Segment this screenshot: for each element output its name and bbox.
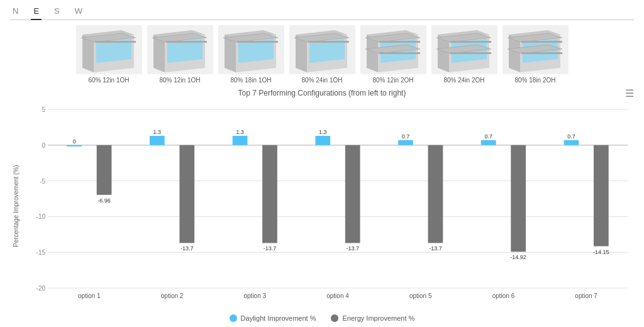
svg-rect-100 — [594, 145, 609, 247]
svg-rect-80 — [262, 145, 277, 243]
chart-area: Percentage Improvement (%) 50-5-10-15-20… — [10, 100, 634, 312]
svg-rect-78 — [233, 136, 248, 145]
svg-text:option 2: option 2 — [161, 292, 184, 299]
svg-text:0: 0 — [73, 138, 76, 145]
chart-svg: 50-5-10-15-200-6.96option 11.3-13.7optio… — [21, 100, 634, 312]
chart-section: Top 7 Performing Configurations (from le… — [10, 89, 634, 322]
config-label: 80% 18in 2OH — [514, 77, 555, 84]
svg-rect-27 — [308, 41, 349, 43]
svg-rect-70 — [97, 145, 112, 195]
svg-rect-43 — [450, 41, 491, 43]
config-label: 80% 18in 1OH — [230, 77, 271, 84]
config-item: 80% 18in 2OH — [502, 25, 569, 84]
config-label: 80% 12in 2OH — [372, 77, 413, 84]
svg-rect-6 — [95, 41, 136, 43]
svg-rect-98 — [564, 140, 579, 145]
config-item: 80% 12in 2OH — [360, 25, 426, 84]
svg-text:0.7: 0.7 — [484, 133, 492, 140]
svg-rect-93 — [481, 140, 496, 145]
svg-text:0.7: 0.7 — [402, 133, 410, 140]
chart-inner: 50-5-10-15-200-6.96option 11.3-13.7optio… — [21, 100, 634, 312]
building-icon — [289, 25, 355, 74]
legend-dot — [331, 314, 338, 322]
svg-text:option 4: option 4 — [326, 292, 349, 299]
config-item: 80% 12in 1OH — [147, 25, 213, 84]
chart-title: Top 7 Performing Configurations (from le… — [238, 89, 406, 97]
svg-text:option 7: option 7 — [575, 292, 597, 299]
svg-rect-52 — [521, 41, 562, 43]
config-label: 80% 24in 2OH — [443, 77, 484, 84]
svg-text:option 6: option 6 — [492, 292, 515, 299]
config-images-row: 60% 12in 1OH80% 12in 1OH80% 18in 1OH80% … — [10, 25, 634, 84]
config-label: 80% 24in 1OH — [301, 77, 342, 84]
config-item: 60% 12in 1OH — [76, 25, 142, 84]
legend: Daylight Improvement %Energy Improvement… — [10, 314, 634, 322]
svg-text:1.3: 1.3 — [319, 129, 327, 135]
svg-text:-13.7: -13.7 — [264, 245, 277, 252]
menu-icon[interactable]: ☰ — [625, 87, 634, 99]
building-icon — [147, 25, 213, 74]
tabs-row: N E S W — [10, 5, 634, 20]
svg-rect-73 — [150, 136, 165, 145]
main-container: N E S W 60% 12in 1OH80% 12in 1OH80% 18in… — [0, 0, 644, 327]
svg-rect-68 — [67, 145, 82, 147]
tab-W[interactable]: W — [72, 5, 85, 17]
svg-text:-13.7: -13.7 — [346, 245, 359, 252]
svg-rect-83 — [315, 136, 330, 145]
svg-text:1.3: 1.3 — [236, 129, 244, 135]
building-icon — [360, 25, 426, 74]
svg-rect-54 — [521, 52, 562, 54]
svg-rect-88 — [398, 140, 413, 145]
svg-text:0.7: 0.7 — [567, 133, 575, 140]
building-icon — [218, 25, 284, 74]
svg-rect-13 — [166, 41, 207, 43]
chart-title-row: Top 7 Performing Configurations (from le… — [10, 89, 634, 97]
svg-text:-14.92: -14.92 — [510, 254, 526, 260]
svg-text:-5: -5 — [40, 178, 45, 185]
svg-rect-85 — [345, 145, 360, 243]
building-icon — [502, 25, 569, 74]
config-label: 60% 12in 1OH — [88, 77, 129, 84]
svg-text:-20: -20 — [36, 285, 46, 292]
svg-text:-13.7: -13.7 — [429, 245, 442, 252]
legend-dot — [230, 314, 237, 322]
config-item: 80% 24in 1OH — [289, 25, 355, 84]
svg-rect-95 — [511, 145, 526, 252]
svg-text:-14.15: -14.15 — [593, 249, 609, 255]
svg-text:5: 5 — [42, 106, 45, 113]
svg-text:option 3: option 3 — [243, 292, 266, 299]
svg-rect-20 — [237, 41, 278, 43]
building-icon — [76, 25, 142, 74]
svg-text:0: 0 — [42, 142, 45, 149]
svg-rect-90 — [428, 145, 443, 243]
tab-S[interactable]: S — [52, 5, 62, 17]
building-icon — [431, 25, 497, 74]
legend-item: Daylight Improvement % — [230, 314, 316, 322]
legend-item: Energy Improvement % — [331, 314, 414, 322]
svg-text:-6.96: -6.96 — [97, 197, 111, 204]
config-label: 80% 12in 1OH — [159, 77, 200, 84]
svg-text:option 5: option 5 — [409, 292, 432, 299]
svg-text:-13.7: -13.7 — [180, 245, 194, 252]
config-item: 80% 18in 1OH — [218, 25, 284, 84]
svg-rect-45 — [450, 52, 491, 54]
svg-rect-34 — [379, 41, 420, 43]
svg-rect-36 — [379, 52, 420, 54]
y-axis-label: Percentage Improvement (%) — [10, 100, 21, 312]
svg-text:-10: -10 — [36, 213, 46, 220]
svg-text:-15: -15 — [36, 249, 46, 256]
svg-text:1.3: 1.3 — [153, 129, 162, 135]
config-item: 80% 24in 2OH — [431, 25, 497, 84]
tab-N[interactable]: N — [10, 5, 21, 17]
tab-E[interactable]: E — [31, 5, 42, 20]
svg-text:option 1: option 1 — [78, 292, 101, 299]
svg-rect-75 — [179, 145, 194, 243]
